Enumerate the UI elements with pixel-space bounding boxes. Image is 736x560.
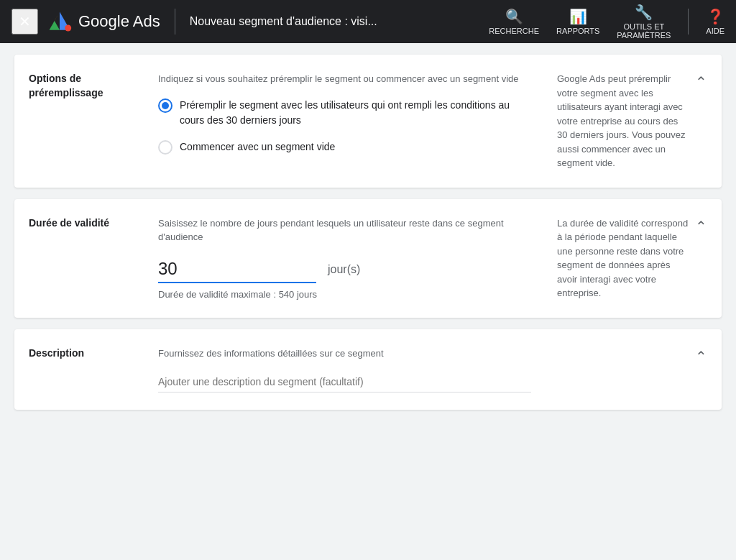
- page-title: Nouveau segment d'audience : visi...: [190, 15, 481, 28]
- nav-vertical-divider: [688, 9, 689, 35]
- prefill-help-text: Google Ads peut préremplir votre segment…: [546, 72, 689, 170]
- prefill-yes-label: Préremplir le segment avec les utilisate…: [180, 98, 531, 128]
- duration-max-note: Durée de validité maximale : 540 jours: [158, 289, 531, 300]
- prefill-section: Options depréremplissage Indiquez si vou…: [14, 55, 722, 188]
- description-label-col: Description: [29, 346, 158, 393]
- reports-nav-button[interactable]: 📊 RAPPORTS: [556, 8, 599, 35]
- top-navigation: ✕ Google Ads Nouveau segment d'audience …: [0, 0, 736, 43]
- app-title: Google Ads: [78, 12, 160, 31]
- tools-nav-button[interactable]: 🔧 OUTILS ETPARAMÈTRES: [617, 4, 671, 40]
- google-ads-logo: Google Ads: [47, 9, 160, 35]
- reports-label: RAPPORTS: [556, 27, 599, 35]
- description-body: Fournissez des informations détaillées s…: [158, 346, 546, 393]
- google-ads-triangle-icon: [47, 9, 73, 35]
- tools-icon: 🔧: [635, 4, 653, 21]
- duration-input-wrapper: [158, 256, 316, 283]
- main-content: Options depréremplissage Indiquez si vou…: [0, 43, 736, 560]
- search-label: RECHERCHE: [489, 27, 539, 35]
- duration-unit-label: jour(s): [328, 263, 360, 276]
- svg-point-4: [65, 25, 71, 32]
- prefill-yes-radio-inner: [162, 102, 169, 109]
- duration-input[interactable]: [158, 256, 316, 282]
- nav-actions: 🔍 RECHERCHE 📊 RAPPORTS 🔧 OUTILS ETPARAMÈ…: [489, 4, 724, 40]
- prefill-no-option[interactable]: Commencer avec un segment vide: [158, 139, 531, 155]
- duration-label-col: Durée de validité: [29, 216, 158, 300]
- description-toggle-button[interactable]: ⌃: [689, 346, 707, 393]
- prefill-body: Indiquez si vous souhaitez préremplir le…: [158, 72, 546, 170]
- description-section-desc: Fournissez des informations détaillées s…: [158, 346, 531, 361]
- duration-body: Saisissez le nombre de jours pendant les…: [158, 216, 546, 300]
- help-label: AIDE: [706, 27, 724, 35]
- nav-divider: [175, 9, 175, 35]
- close-button[interactable]: ✕: [12, 9, 38, 35]
- duration-description: Saisissez le nombre de jours pendant les…: [158, 216, 531, 244]
- duration-toggle-button[interactable]: ⌃: [689, 216, 707, 300]
- description-input[interactable]: [158, 372, 531, 393]
- duration-section-label: Durée de validité: [29, 217, 109, 229]
- help-icon: ❓: [707, 8, 724, 25]
- reports-icon: 📊: [569, 8, 587, 25]
- help-nav-button[interactable]: ❓ AIDE: [706, 8, 724, 35]
- prefill-yes-radio[interactable]: [158, 98, 172, 113]
- description-section: Description Fournissez des informations …: [14, 329, 722, 410]
- prefill-section-label: Options depréremplissage: [29, 73, 104, 98]
- prefill-no-radio[interactable]: [158, 140, 172, 155]
- prefill-yes-option[interactable]: Préremplir le segment avec les utilisate…: [158, 98, 531, 128]
- duration-section: Durée de validité Saisissez le nombre de…: [14, 199, 722, 318]
- prefill-description: Indiquez si vous souhaitez préremplir le…: [158, 72, 531, 86]
- duration-help-text: La durée de validité correspond à la pér…: [546, 216, 689, 300]
- search-nav-button[interactable]: 🔍 RECHERCHE: [489, 8, 539, 35]
- prefill-toggle-button[interactable]: ⌃: [689, 72, 707, 170]
- svg-marker-3: [50, 21, 60, 30]
- prefill-label-col: Options depréremplissage: [29, 72, 158, 170]
- tools-label: OUTILS ETPARAMÈTRES: [617, 22, 671, 40]
- description-section-label: Description: [29, 347, 84, 359]
- prefill-no-label: Commencer avec un segment vide: [180, 139, 335, 155]
- duration-input-row: jour(s): [158, 256, 531, 283]
- description-help-text: [546, 346, 689, 393]
- search-icon: 🔍: [505, 8, 523, 25]
